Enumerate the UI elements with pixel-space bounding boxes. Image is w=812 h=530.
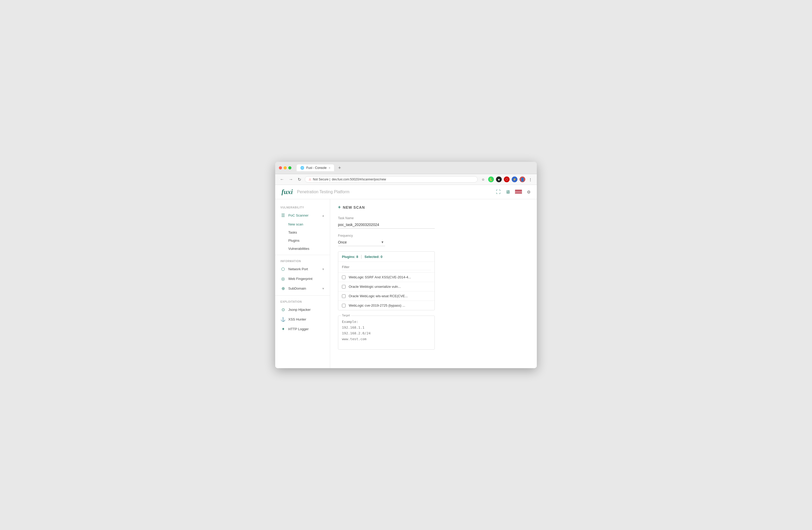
sidebar-section-vulnerability: VULNERABILITY — [275, 204, 330, 211]
web-fingerprint-label: Web Fingerprint — [288, 277, 325, 281]
xss-hunter-icon: ⚓ — [280, 317, 286, 322]
browser-window: 🌐 Fuxi - Console × + ← → ↻ ⚠ Not Secure … — [275, 162, 537, 368]
sidebar-item-jsonp-hijacker[interactable]: ⊙ Jsonp Hijacker — [275, 305, 330, 315]
plugin-item: Oracle WebLogic wls-wsat RCE(CVE... — [338, 291, 435, 301]
ext-python-icon[interactable]: 🐍 — [488, 177, 494, 182]
app-header: fuxi Penetration Testing Platform ⛶ 🖥 ⚙ — [275, 185, 537, 199]
target-box: Target — [338, 316, 435, 350]
plugin-2-checkbox[interactable] — [342, 285, 346, 289]
browser-icon: 🌐 — [300, 166, 304, 170]
plugins-count: Plugins: 8 — [342, 255, 358, 259]
content-area: + NEW SCAN Task Name Frequency Once Dail… — [330, 199, 537, 368]
url-prefix: Not Secure | — [313, 178, 330, 181]
sidebar-item-subdomain[interactable]: ⊕ SubDomain ▼ — [275, 283, 330, 293]
plugin-3-name: Oracle WebLogic wls-wsat RCE(CVE... — [349, 294, 408, 298]
sidebar: VULNERABILITY ☰ PoC Scanner ▲ New scan T… — [275, 199, 330, 368]
plugin-item: WebLogic cve-2019-2725 (bypass) ... — [338, 301, 435, 310]
plugins-selected: Selected: 0 — [364, 255, 382, 259]
frequency-label: Frequency — [338, 234, 529, 237]
xss-hunter-label: XSS Hunter — [288, 317, 325, 321]
sidebar-item-web-fingerprint[interactable]: ◎ Web Fingerprint — [275, 274, 330, 283]
ext-dark-icon[interactable]: ● — [496, 177, 502, 182]
close-dot[interactable] — [279, 166, 282, 169]
profile-icon[interactable]: 👤 — [520, 177, 525, 182]
plugin-item: WebLogic SSRF And XSS(CVE-2014-4... — [338, 273, 435, 282]
jsonp-hijacker-label: Jsonp Hijacker — [288, 308, 325, 311]
tab-title: Fuxi - Console — [306, 166, 327, 170]
browser-tab[interactable]: 🌐 Fuxi - Console × — [296, 165, 334, 171]
plugins-box: Plugins: 8 | Selected: 0 WebLogic SSRF A… — [338, 251, 435, 310]
main-layout: VULNERABILITY ☰ PoC Scanner ▲ New scan T… — [275, 199, 537, 368]
maximize-dot[interactable] — [288, 166, 291, 169]
plugin-item: Oracle Weblogic unserialize vuln... — [338, 282, 435, 291]
security-icon: ⚠ — [309, 178, 311, 181]
refresh-button[interactable]: ↻ — [296, 177, 302, 182]
plugin-4-checkbox[interactable] — [342, 304, 346, 307]
ext-red-icon[interactable]: ⬡ — [504, 177, 510, 182]
sidebar-subitem-plugins[interactable]: Plugins — [275, 236, 330, 245]
sidebar-divider-1 — [275, 255, 330, 255]
sidebar-item-network-port[interactable]: ⬡ Network Port ▼ — [275, 264, 330, 274]
address-bar[interactable]: ⚠ Not Secure | dev.fuxi.com:50020/#/scan… — [305, 176, 478, 182]
plugins-filter-input[interactable] — [342, 264, 431, 270]
target-textarea[interactable] — [342, 319, 431, 345]
app-subtitle: Penetration Testing Platform — [297, 190, 349, 194]
sidebar-divider-2 — [275, 295, 330, 296]
new-tab-button[interactable]: + — [337, 165, 343, 171]
http-logger-label: HTTP Logger — [288, 327, 325, 331]
web-fingerprint-icon: ◎ — [280, 276, 286, 281]
network-port-chevron-icon: ▼ — [322, 268, 325, 271]
sidebar-subitem-new-scan[interactable]: New scan — [275, 220, 330, 228]
sidebar-item-poc-scanner[interactable]: ☰ PoC Scanner ▲ — [275, 211, 330, 220]
frequency-group: Frequency Once Daily Weekly Monthly ▼ — [338, 234, 529, 246]
app-container: fuxi Penetration Testing Platform ⛶ 🖥 ⚙ … — [275, 185, 537, 368]
page-title: NEW SCAN — [343, 205, 365, 209]
http-logger-icon: ✦ — [280, 326, 286, 332]
app-logo: fuxi — [281, 188, 293, 196]
monitor-icon[interactable]: 🖥 — [505, 189, 510, 195]
plus-icon: + — [338, 205, 341, 210]
tab-close-button[interactable]: × — [329, 166, 330, 169]
browser-titlebar: 🌐 Fuxi - Console × + — [275, 162, 537, 174]
sidebar-subitem-vulnerabilities[interactable]: Vulnerabilities — [275, 245, 330, 253]
subdomain-chevron-icon: ▼ — [322, 287, 325, 290]
language-flag-icon[interactable] — [515, 190, 522, 194]
sidebar-subitem-tasks[interactable]: Tasks — [275, 228, 330, 236]
back-button[interactable]: ← — [279, 177, 285, 182]
subdomain-icon: ⊕ — [280, 286, 286, 291]
jsonp-hijacker-icon: ⊙ — [280, 307, 286, 312]
plugin-1-checkbox[interactable] — [342, 276, 346, 279]
sidebar-item-xss-hunter[interactable]: ⚓ XSS Hunter — [275, 315, 330, 324]
scan-icon[interactable]: ⛶ — [496, 189, 501, 195]
plugin-1-name: WebLogic SSRF And XSS(CVE-2014-4... — [349, 275, 411, 279]
browser-addressbar: ← → ↻ ⚠ Not Secure | dev.fuxi.com:50020/… — [275, 174, 537, 185]
poc-scanner-icon: ☰ — [280, 213, 286, 218]
sidebar-section-exploitation: EXPLOITATION — [275, 298, 330, 305]
task-name-group: Task Name — [338, 216, 529, 228]
plugins-filter-area — [338, 262, 435, 273]
menu-dots-icon[interactable]: ⋮ — [527, 177, 533, 182]
star-icon[interactable]: ☆ — [480, 177, 486, 182]
task-name-label: Task Name — [338, 216, 529, 220]
subdomain-label: SubDomain — [288, 287, 319, 290]
browser-dots — [279, 166, 291, 169]
browser-toolbar-right: ☆ 🐍 ● ⬡ ⚡ 👤 ⋮ — [480, 177, 533, 182]
settings-icon[interactable]: ⚙ — [527, 190, 531, 195]
header-icons: ⛶ 🖥 ⚙ — [496, 189, 531, 195]
plugin-4-name: WebLogic cve-2019-2725 (bypass) ... — [349, 304, 405, 307]
forward-button[interactable]: → — [288, 177, 294, 182]
target-label: Target — [341, 314, 351, 317]
minimize-dot[interactable] — [284, 166, 287, 169]
sidebar-item-http-logger[interactable]: ✦ HTTP Logger — [275, 324, 330, 334]
poc-scanner-chevron-icon: ▲ — [322, 214, 325, 217]
frequency-select[interactable]: Once Daily Weekly Monthly — [338, 239, 385, 246]
task-name-input[interactable] — [338, 221, 435, 228]
plugins-separator: | — [361, 254, 362, 259]
plugin-2-name: Oracle Weblogic unserialize vuln... — [349, 285, 401, 289]
page-header: + NEW SCAN — [338, 205, 529, 210]
plugin-3-checkbox[interactable] — [342, 294, 346, 298]
frequency-select-wrapper: Once Daily Weekly Monthly ▼ — [338, 239, 385, 246]
url-text: dev.fuxi.com:50020/#/scanner/poc/new — [332, 178, 386, 181]
network-port-icon: ⬡ — [280, 267, 286, 271]
ext-blue-icon[interactable]: ⚡ — [512, 177, 518, 182]
